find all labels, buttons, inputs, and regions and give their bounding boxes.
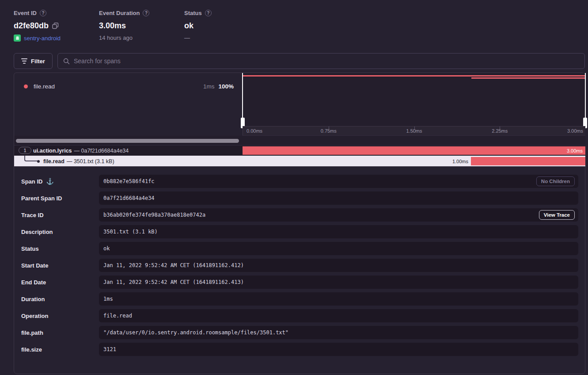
detail-value-cell: Jan 11, 2022 9:52:42 AM CET (1641891162.… xyxy=(99,259,578,272)
span-op: ui.action.lyrics xyxy=(33,148,72,154)
help-icon[interactable]: ? xyxy=(205,10,212,16)
detail-row-end-date: End Date Jan 11, 2022 9:52:42 AM CET (16… xyxy=(14,276,585,289)
axis-label-2: 1.50ms xyxy=(406,128,422,134)
toolbar: Filter xyxy=(14,53,585,69)
detail-value-cell: 3501.txt (3.1 kB) xyxy=(99,225,578,238)
span-description: — 3501.txt (3.1 kB) xyxy=(67,158,114,165)
span-children-toggle[interactable]: 1 xyxy=(19,147,31,154)
span-bar-parent[interactable]: 3.00ms xyxy=(243,146,585,155)
op-color-dot xyxy=(24,84,28,88)
search-icon xyxy=(63,58,70,65)
detail-label: file.size xyxy=(21,346,42,353)
event-duration-label: Event Duration ? xyxy=(99,10,149,16)
detail-row-duration: Duration 1ms xyxy=(14,292,585,306)
span-details-panel: Span ID ⚓ 0b882e7e586f41fc No Children P… xyxy=(14,166,585,374)
event-id-value: d2fe80db xyxy=(14,21,49,31)
span-bar-duration: 3.00ms xyxy=(567,148,583,153)
detail-value-cell: 0a7f21d6684a4e34 xyxy=(99,191,578,205)
span-description: — 0a7f21d6684a4e34 xyxy=(74,148,129,154)
detail-label: Parent Span ID xyxy=(21,195,62,202)
detail-row-span-id: Span ID ⚓ 0b882e7e586f41fc No Children xyxy=(14,175,585,188)
detail-value: 3501.txt (3.1 kB) xyxy=(103,229,158,235)
tree-leaf-dot xyxy=(37,160,40,163)
ops-breakdown-pane: file.read 1ms 100% xyxy=(14,73,243,136)
filter-button-label: Filter xyxy=(31,58,45,65)
android-platform-icon xyxy=(14,34,21,42)
detail-value-cell: b36ab020fe374fe98a370ae818e0742a View Tr… xyxy=(99,208,578,222)
status-value: ok xyxy=(184,21,193,31)
status-section: Status ? ok — xyxy=(184,10,212,41)
event-duration-value: 3.00ms xyxy=(99,21,126,31)
op-name: file.read xyxy=(34,83,55,90)
no-children-button[interactable]: No Children xyxy=(536,176,575,186)
detail-row-status: Status ok xyxy=(14,242,585,255)
search-input[interactable] xyxy=(74,57,579,65)
detail-value: Jan 11, 2022 9:52:42 AM CET (1641891162.… xyxy=(103,262,244,268)
detail-label: Start Date xyxy=(21,262,48,269)
detail-label: Trace ID xyxy=(21,212,44,218)
detail-value-cell: file.read xyxy=(99,309,578,322)
detail-label: Status xyxy=(21,245,39,252)
detail-label: file.path xyxy=(21,329,43,336)
span-row-selected[interactable]: file.read — 3501.txt (3.1 kB) 1.00ms xyxy=(14,156,585,167)
event-age: 14 hours ago xyxy=(99,34,149,41)
detail-value: 0b882e7e586f41fc xyxy=(103,178,155,184)
event-id-label: Event ID ? xyxy=(14,10,61,16)
op-duration: 1ms xyxy=(203,83,215,90)
minimap-span-line-2 xyxy=(471,77,585,79)
detail-value-cell: 0b882e7e586f41fc No Children xyxy=(99,175,578,188)
span-row-parent[interactable]: 1 ui.action.lyrics — 0a7f21d6684a4e34 3.… xyxy=(14,145,585,156)
time-axis: 0.00ms 0.75ms 1.50ms 2.25ms 3.00ms xyxy=(243,126,585,136)
detail-value: ok xyxy=(103,245,110,252)
detail-label: End Date xyxy=(21,279,46,286)
axis-label-4: 3.00ms xyxy=(567,128,583,134)
filter-icon xyxy=(21,58,27,64)
span-title: file.read — 3501.txt (3.1 kB) xyxy=(43,156,114,167)
detail-value-cell: ok xyxy=(99,242,578,255)
status-label-text: Status xyxy=(184,10,202,16)
detail-value: file.read xyxy=(103,313,132,319)
filter-button[interactable]: Filter xyxy=(14,53,53,69)
waterfall-scroll-strip xyxy=(14,136,585,145)
status-label: Status ? xyxy=(184,10,212,16)
event-duration-section: Event Duration ? 3.00ms 14 hours ago xyxy=(99,10,149,41)
minimap-chart[interactable] xyxy=(243,73,585,126)
op-percent: 100% xyxy=(218,83,234,90)
detail-label: Operation xyxy=(21,313,48,319)
detail-label: Description xyxy=(21,229,53,235)
detail-value: 3121 xyxy=(103,346,116,352)
status-sub: — xyxy=(184,34,212,41)
view-trace-button[interactable]: View Trace xyxy=(539,210,575,220)
detail-value: 0a7f21d6684a4e34 xyxy=(103,195,155,201)
detail-value: 1ms xyxy=(103,296,113,302)
trace-detail-page: Event ID ? d2fe80db sentry-android Event… xyxy=(0,0,588,375)
span-duration-label: 1.00ms xyxy=(452,156,468,167)
span-bar-selected[interactable] xyxy=(471,157,585,165)
ops-breakdown-row[interactable]: file.read 1ms 100% xyxy=(24,82,234,90)
detail-row-operation: Operation file.read xyxy=(14,309,585,322)
detail-row-description: Description 3501.txt (3.1 kB) xyxy=(14,225,585,238)
detail-value-cell: 3121 xyxy=(99,343,578,356)
help-icon[interactable]: ? xyxy=(40,10,46,16)
span-op: file.read xyxy=(43,158,64,165)
axis-label-0: 0.00ms xyxy=(247,128,262,134)
trace-view: file.read 1ms 100% 0.00ms 0.75ms 1.50ms … xyxy=(14,73,585,166)
anchor-permalink-icon[interactable]: ⚓ xyxy=(46,178,53,185)
axis-label-3: 2.25ms xyxy=(492,128,508,134)
detail-value-cell: Jan 11, 2022 9:52:42 AM CET (1641891162.… xyxy=(99,276,578,289)
copy-icon[interactable] xyxy=(52,23,59,29)
detail-value: "/data/user/0/io.sentry.android.roomsamp… xyxy=(103,329,288,336)
help-icon[interactable]: ? xyxy=(143,10,149,16)
project-link[interactable]: sentry-android xyxy=(24,35,61,42)
span-search-box[interactable] xyxy=(57,53,585,69)
axis-label-1: 0.75ms xyxy=(321,128,337,134)
detail-row-trace-id: Trace ID b36ab020fe374fe98a370ae818e0742… xyxy=(14,208,585,222)
event-id-label-text: Event ID xyxy=(14,10,37,16)
detail-value-cell: 1ms xyxy=(99,292,578,306)
event-id-section: Event ID ? d2fe80db sentry-android xyxy=(14,10,61,42)
tree-connector xyxy=(24,156,38,161)
horizontal-scrollbar[interactable] xyxy=(16,139,239,143)
span-title: ui.action.lyrics — 0a7f21d6684a4e34 xyxy=(33,145,129,156)
detail-value: b36ab020fe374fe98a370ae818e0742a xyxy=(103,212,205,218)
detail-row-start-date: Start Date Jan 11, 2022 9:52:42 AM CET (… xyxy=(14,259,585,272)
